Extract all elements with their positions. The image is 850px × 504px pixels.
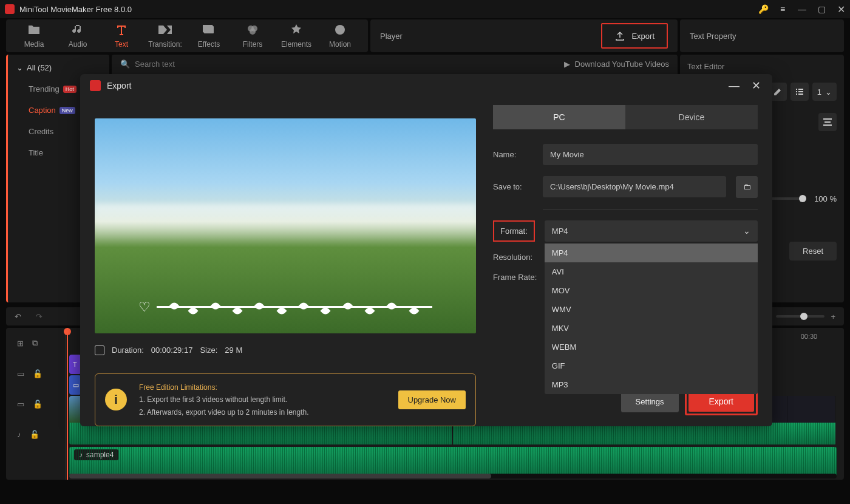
svg-point-5 <box>250 29 256 35</box>
format-label: Format: <box>493 220 535 242</box>
number-input[interactable]: 1⌄ <box>812 83 837 101</box>
svg-rect-2 <box>203 25 212 32</box>
name-input[interactable]: My Movie <box>543 144 758 165</box>
text-property-label: Text Property <box>690 32 736 41</box>
chevron-down-icon: ⌄ <box>16 63 23 72</box>
export-dialog: Export — ✕ ♡ <box>80 74 772 426</box>
upload-icon <box>614 30 625 41</box>
youtube-icon: ▶ <box>564 60 570 69</box>
name-label: Name: <box>493 150 533 159</box>
download-youtube-button[interactable]: ▶ Download YouTube Videos <box>564 60 669 69</box>
folder-icon: 🗀 <box>743 182 751 191</box>
chevron-down-icon: ⌄ <box>743 226 750 236</box>
app-logo-icon <box>90 80 101 91</box>
browse-button[interactable]: 🗀 <box>736 176 758 198</box>
align-center-button[interactable] <box>818 113 837 131</box>
format-option-wmv[interactable]: WMV <box>545 300 758 319</box>
format-option-mkv[interactable]: MKV <box>545 319 758 338</box>
music-icon <box>71 23 84 36</box>
new-badge: New <box>59 107 75 114</box>
maximize-icon[interactable]: ▢ <box>817 5 826 13</box>
app-logo-icon <box>5 4 15 14</box>
elements-icon <box>290 23 303 36</box>
format-option-avi[interactable]: AVI <box>545 262 758 281</box>
undo-icon[interactable]: ↶ <box>15 312 21 321</box>
format-dropdown: MP4 AVI MOV WMV MKV WEBM GIF MP3 <box>545 243 758 394</box>
dialog-minimize-icon[interactable]: — <box>727 80 741 92</box>
film-icon: ▭ <box>17 400 24 409</box>
music-icon: ♪ <box>17 430 21 439</box>
close-icon[interactable]: ✕ <box>837 5 845 13</box>
dialog-close-icon[interactable]: ✕ <box>749 79 763 92</box>
tab-motion[interactable]: Motion <box>318 23 362 49</box>
text-clip-1[interactable]: T <box>69 355 81 374</box>
timeline-scrollbar[interactable] <box>69 474 837 478</box>
main-toolbar: Media Audio Text Transition: Effects Fil… <box>6 19 368 52</box>
export-button-top[interactable]: Export <box>601 23 668 49</box>
lock-icon[interactable]: 🔓 <box>33 400 42 409</box>
dialog-title: Export <box>107 81 131 90</box>
upgrade-button[interactable]: Upgrade Now <box>398 390 466 409</box>
chevron-down-icon: ⌄ <box>825 87 832 97</box>
playhead[interactable] <box>67 328 68 480</box>
text-editor-label: Text Editor <box>687 62 837 71</box>
save-label: Save to: <box>493 182 533 191</box>
resolution-label: Resolution: <box>493 253 539 262</box>
divider <box>543 209 758 209</box>
limitations-box: i Free Edition Limitations: 1. Export th… <box>95 373 476 426</box>
zoom-in-icon[interactable]: + <box>831 312 835 321</box>
list-icon-button[interactable] <box>790 83 809 101</box>
hot-badge: Hot <box>63 86 76 93</box>
scale-value: 100 % <box>807 194 837 203</box>
timeline-row-text: ▭ 🔓 <box>6 358 65 389</box>
add-box-icon[interactable]: ⊞ <box>17 339 24 348</box>
copy-icon[interactable]: ⧉ <box>32 338 38 348</box>
timeline-row-audio: ♪ 🔓 <box>6 419 65 449</box>
filters-icon <box>246 23 259 36</box>
player-label: Player <box>380 32 403 41</box>
tab-audio[interactable]: Audio <box>56 23 100 49</box>
tab-elements[interactable]: Elements <box>274 23 318 49</box>
framerate-label: Frame Rate: <box>493 273 543 282</box>
timeline-row-header: ⊞ ⧉ <box>6 328 65 358</box>
tab-pc[interactable]: PC <box>493 105 625 129</box>
format-option-webm[interactable]: WEBM <box>545 338 758 356</box>
audio-track[interactable]: ♪sample4 <box>69 447 837 477</box>
text-clip-2[interactable]: ▭ <box>69 375 81 395</box>
window-title-bar: MiniTool MovieMaker Free 8.0.0 🔑 ≡ — ▢ ✕ <box>0 0 850 18</box>
export-button[interactable]: Export <box>688 391 754 412</box>
property-toolbar: Text Property <box>680 19 844 52</box>
format-option-mp4[interactable]: MP4 <box>545 243 758 262</box>
format-option-mov[interactable]: MOV <box>545 281 758 300</box>
export-info: Duration: 00:00:29:17 Size: 29 M <box>95 346 476 355</box>
tab-media[interactable]: Media <box>12 23 56 49</box>
text-icon <box>115 23 128 36</box>
export-label: Export <box>631 32 654 41</box>
save-path-input[interactable]: C:\Users\bj\Desktop\My Movie.mp4 <box>543 176 726 197</box>
menu-icon[interactable]: ≡ <box>778 5 787 13</box>
motion-icon <box>333 23 347 36</box>
zoom-slider[interactable] <box>776 315 824 318</box>
format-select[interactable]: MP4 ⌄ MP4 AVI MOV WMV MKV WEBM GIF MP3 <box>545 220 758 242</box>
tab-effects[interactable]: Effects <box>187 23 231 49</box>
music-icon: ♪ <box>79 451 83 459</box>
vine-overlay: ♡ <box>138 298 432 316</box>
format-option-mp3[interactable]: MP3 <box>545 375 758 394</box>
minimize-icon[interactable]: — <box>798 5 806 13</box>
search-input[interactable]: Search text <box>135 60 175 69</box>
tab-transition[interactable]: Transition: <box>143 23 187 49</box>
disk-icon <box>95 346 104 355</box>
lock-icon[interactable]: 🔓 <box>33 369 42 378</box>
reset-button[interactable]: Reset <box>789 242 837 261</box>
lock-icon[interactable]: 🔓 <box>30 430 39 439</box>
tab-device[interactable]: Device <box>625 105 758 129</box>
player-toolbar: Player Export <box>370 19 678 52</box>
tab-filters[interactable]: Filters <box>231 23 274 49</box>
folder-icon <box>27 23 41 36</box>
format-option-gif[interactable]: GIF <box>545 356 758 375</box>
search-icon: 🔍 <box>120 60 130 69</box>
key-icon[interactable]: 🔑 <box>759 5 767 13</box>
transition-icon <box>158 23 172 36</box>
tab-text[interactable]: Text <box>100 23 143 49</box>
redo-icon[interactable]: ↷ <box>36 312 42 321</box>
